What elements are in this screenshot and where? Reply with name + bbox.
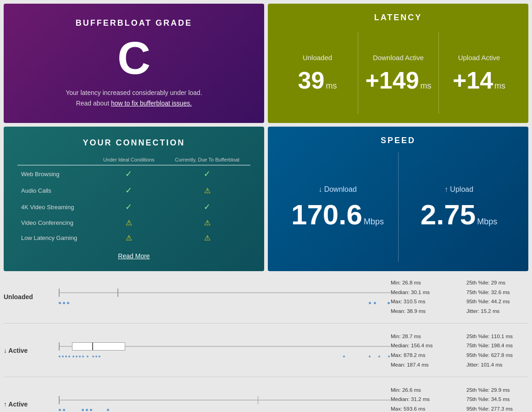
stat-min-upload: Min: 26.6 ms: [391, 385, 453, 395]
bufferbloat-grade: C: [117, 35, 150, 81]
latency-columns: Unloaded 39 ms Download Active +149 ms U…: [277, 32, 519, 114]
stat-min-unloaded: Min: 26.8 ms: [391, 278, 453, 288]
speed-download-unit: Mbps: [364, 217, 384, 227]
check-icon: ✓: [204, 202, 211, 212]
check-icon: ✓: [125, 186, 132, 195]
stat-jitter-unloaded: Jitter: 15.2 ms: [466, 306, 528, 316]
latency-unloaded-label: Unloaded: [303, 54, 332, 61]
stat-numbers-upload: Min: 26.6 ms Median: 31.2 ms Max: 593.6 …: [391, 385, 528, 412]
stat-row-unloaded: Unloaded: [4, 278, 528, 323]
dots-unloaded: [59, 300, 391, 306]
stat-p95-download: 95th %ile: 627.8 ms: [466, 351, 528, 360]
connection-row-current: ✓: [164, 199, 250, 215]
speed-download-value: 170.6: [291, 200, 362, 229]
speed-download: ↓ Download 170.6 Mbps: [277, 152, 398, 262]
connection-row-label: Audio Calls: [17, 182, 94, 199]
warn-icon: ⚠: [204, 234, 211, 242]
latency-upload-value: +14: [453, 68, 493, 92]
table-row: Audio Calls✓⚠: [17, 182, 250, 199]
stat-median-upload: Median: 31.2 ms: [391, 395, 453, 404]
stat-p25-unloaded: 25th %ile: 29 ms: [466, 278, 528, 288]
stat-median-unloaded: Median: 30.1 ms: [391, 288, 453, 297]
plot-area-upload: [59, 391, 391, 412]
latency-upload-active: Upload Active +14 ms: [438, 32, 519, 114]
read-more-link[interactable]: Read More: [17, 252, 250, 260]
stat-max-upload: Max: 593.6 ms: [391, 404, 453, 412]
check-icon: ✓: [204, 169, 211, 178]
latency-upload-unit: ms: [494, 81, 505, 91]
latency-card: LATENCY Unloaded 39 ms Download Active +…: [268, 4, 528, 123]
latency-unloaded-value: 39: [298, 68, 325, 92]
connection-row-ideal: ✓: [94, 182, 164, 199]
warn-icon: ⚠: [204, 219, 211, 227]
connection-row-label: Low Latency Gaming: [17, 230, 94, 245]
connection-row-ideal: ✓: [94, 165, 164, 182]
speed-upload: ↑ Upload 2.75 Mbps: [398, 152, 519, 262]
connection-row-current: ✓: [164, 165, 250, 182]
stat-jitter-download: Jitter: 101.4 ms: [466, 360, 528, 370]
connection-row-ideal: ⚠: [94, 230, 164, 245]
speed-upload-value: 2.75: [421, 200, 476, 229]
stat-mean-unloaded: Mean: 38.9 ms: [391, 306, 453, 316]
table-row: Web Browsing✓✓: [17, 165, 250, 182]
stat-row-download-active: ↓ Active: [4, 332, 528, 377]
latency-download-active: Download Active +149 ms: [358, 32, 438, 114]
connection-row-current: ⚠: [164, 230, 250, 245]
stat-numbers-unloaded: Min: 26.8 ms Median: 30.1 ms Max: 310.5 …: [391, 278, 528, 316]
stat-label-download-active: ↓ Active: [4, 347, 59, 354]
stats-section: Unloaded: [0, 271, 532, 412]
stat-min-download: Min: 28.7 ms: [391, 332, 453, 341]
connection-row-label: Video Conferencing: [17, 215, 94, 230]
bufferbloat-card: BUFFERBLOAT GRADE C Your latency increas…: [4, 4, 264, 123]
bufferbloat-title: BUFFERBLOAT GRADE: [76, 18, 193, 28]
connection-col-ideal: Under Ideal Conditions: [94, 155, 164, 165]
plot-area-unloaded: [59, 284, 391, 310]
speed-upload-label: ↑ Upload: [444, 185, 473, 194]
warn-icon: ⚠: [204, 187, 211, 195]
stat-p75-download: 75th %ile: 198.4 ms: [466, 341, 528, 351]
speed-title: SPEED: [381, 136, 416, 145]
stat-median-download: Median: 156.4 ms: [391, 341, 453, 351]
connection-table: Under Ideal Conditions Currently, Due To…: [17, 155, 250, 245]
stat-max-unloaded: Max: 310.5 ms: [391, 297, 453, 306]
stat-p75-unloaded: 75th %ile: 32.6 ms: [466, 288, 528, 297]
stat-p25-upload: 25th %ile: 29.9 ms: [466, 385, 528, 395]
connection-row-ideal: ⚠: [94, 215, 164, 230]
stat-p95-upload: 95th %ile: 277.3 ms: [466, 404, 528, 412]
latency-title: LATENCY: [374, 13, 422, 22]
latency-unloaded: Unloaded 39 ms: [277, 32, 358, 114]
table-row: Video Conferencing⚠⚠: [17, 215, 250, 230]
latency-download-unit: ms: [421, 81, 432, 91]
speed-columns: ↓ Download 170.6 Mbps ↑ Upload 2.75 Mbps: [277, 152, 519, 262]
check-icon: ✓: [125, 202, 132, 212]
stat-label-upload-active: ↑ Active: [4, 401, 59, 408]
dots-download: [59, 354, 391, 359]
stat-max-download: Max: 878.2 ms: [391, 351, 453, 360]
bufferbloat-description: Your latency increased considerably unde…: [66, 88, 202, 108]
speed-download-label: ↓ Download: [318, 185, 357, 194]
connection-row-label: 4K Video Streaming: [17, 199, 94, 215]
connection-row-ideal: ✓: [94, 199, 164, 215]
bufferbloat-fix-link[interactable]: how to fix bufferbloat issues.: [111, 100, 192, 107]
table-row: 4K Video Streaming✓✓: [17, 199, 250, 215]
connection-col-empty: [17, 155, 94, 165]
stat-p75-upload: 75th %ile: 34.5 ms: [466, 395, 528, 404]
latency-download-value: +149: [365, 68, 419, 92]
connection-title: YOUR CONNECTION: [17, 138, 250, 148]
dots-upload: [59, 407, 391, 412]
connection-row-label: Web Browsing: [17, 165, 94, 182]
stat-p95-unloaded: 95th %ile: 44.2 ms: [466, 297, 528, 306]
check-icon: ✓: [125, 169, 132, 178]
connection-card: YOUR CONNECTION Under Ideal Conditions C…: [4, 127, 264, 271]
stat-row-upload-active: ↑ Active: [4, 385, 528, 412]
stat-label-unloaded: Unloaded: [4, 293, 59, 301]
stat-p25-download: 25th %ile: 110.1 ms: [466, 332, 528, 341]
connection-col-current: Currently, Due To Bufferbloat: [164, 155, 250, 165]
connection-row-current: ⚠: [164, 215, 250, 230]
connection-row-current: ⚠: [164, 182, 250, 199]
stat-numbers-download: Min: 28.7 ms Median: 156.4 ms Max: 878.2…: [391, 332, 528, 370]
latency-download-label: Download Active: [373, 54, 424, 61]
warn-icon: ⚠: [126, 234, 132, 242]
speed-card: SPEED ↓ Download 170.6 Mbps ↑ Upload 2.7…: [268, 127, 528, 271]
warn-icon: ⚠: [126, 219, 132, 227]
